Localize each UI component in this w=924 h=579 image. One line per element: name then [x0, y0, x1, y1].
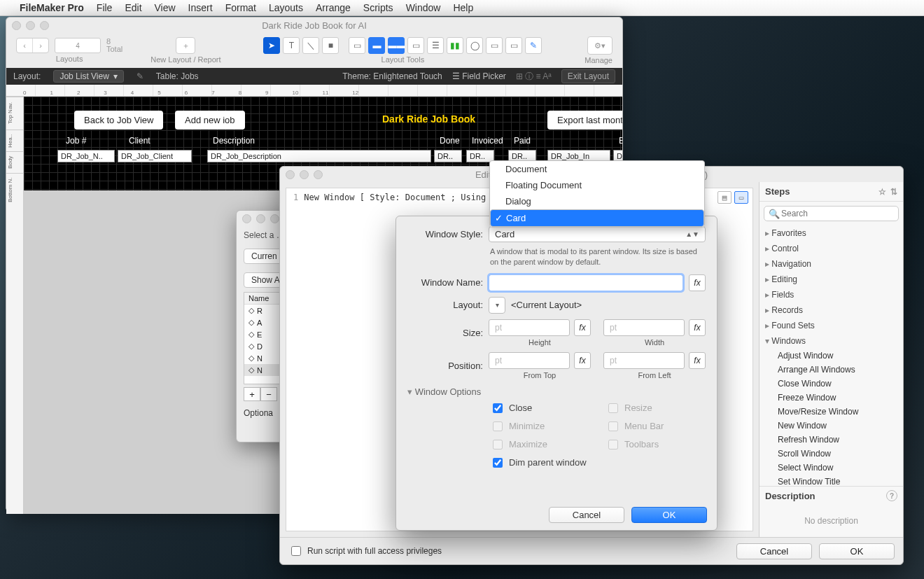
editor-view-detail-icon[interactable]: ▭ — [734, 191, 748, 204]
menu-edit[interactable]: Edit — [125, 2, 141, 13]
layout-selector[interactable]: Job List View▾ — [53, 70, 123, 83]
layout-tools-label: Layout Tools — [382, 55, 425, 64]
canvas-back-button[interactable]: Back to Job View — [74, 111, 163, 130]
popover-tool-icon[interactable]: ▭ — [486, 37, 503, 54]
cat-editing[interactable]: Editing — [760, 272, 903, 287]
menu-file[interactable]: File — [97, 2, 113, 13]
from-top-fx-icon[interactable]: fx — [574, 352, 591, 369]
traffic-lights[interactable] — [12, 21, 49, 30]
width-fx-icon[interactable]: fx — [689, 319, 706, 336]
menu-scripts[interactable]: Scripts — [363, 2, 393, 13]
macos-menubar[interactable]: FileMaker Pro File Edit View Insert Form… — [0, 0, 924, 16]
doc-toolbar: ‹› 4 8 Total Layouts ＋ New Layout / Repo… — [6, 33, 622, 68]
canvas-title: Dark Ride Job Book — [382, 113, 475, 125]
sheet-ok-button[interactable]: OK — [631, 507, 707, 523]
layout-nav-buttons[interactable]: ‹› — [16, 38, 49, 53]
style-option-dialog[interactable]: Dialog — [490, 193, 704, 209]
menu-view[interactable]: View — [155, 2, 176, 13]
tab-tool-icon[interactable]: ▭ — [407, 37, 424, 54]
menu-help[interactable]: Help — [453, 2, 473, 13]
menu-insert[interactable]: Insert — [188, 2, 213, 13]
horizontal-ruler: 0123456789101112 — [6, 85, 622, 97]
menu-arrange[interactable]: Arrange — [316, 2, 351, 13]
cat-control[interactable]: Control — [760, 241, 903, 256]
steps-tree[interactable]: Favorites Control Navigation Editing Fie… — [760, 225, 903, 486]
format-painter-icon[interactable]: ✎ — [525, 37, 542, 54]
script-ok-button[interactable]: OK — [819, 543, 895, 559]
sort-icon[interactable]: ⇅ — [890, 187, 897, 197]
window-options-disclosure[interactable]: Window Options — [407, 386, 706, 397]
favorite-icon[interactable]: ☆ — [878, 187, 886, 197]
line-tool-icon[interactable]: ＼ — [302, 37, 319, 54]
layouts-label: Layouts — [56, 55, 83, 63]
buttonbar-tool-icon[interactable]: ▬▬ — [388, 37, 405, 54]
width-input[interactable] — [603, 319, 685, 336]
cat-records[interactable]: Records — [760, 302, 903, 318]
menu-layouts[interactable]: Layouts — [269, 2, 303, 13]
opt-toolbars-checkbox[interactable]: Toolbars — [606, 438, 706, 452]
help-icon[interactable]: ? — [886, 490, 897, 501]
manage-gear-icon[interactable]: ⚙︎▾ — [587, 36, 612, 55]
app-menu[interactable]: FileMaker Pro — [20, 2, 84, 13]
opt-close-checkbox[interactable]: Close — [490, 401, 590, 415]
field-tool-icon[interactable]: ▭ — [349, 37, 365, 54]
layout-slider[interactable]: 4 — [55, 38, 101, 53]
window-style-dropdown[interactable]: Document Floating Document Dialog Card — [489, 160, 705, 228]
from-top-input[interactable] — [489, 352, 570, 369]
cat-fields[interactable]: Fields — [760, 287, 903, 302]
position-label: Position: — [407, 361, 483, 371]
window-name-fx-icon[interactable]: fx — [689, 274, 706, 291]
style-option-floating[interactable]: Floating Document — [490, 177, 704, 193]
menu-format[interactable]: Format — [225, 2, 256, 13]
opt-maximize-checkbox[interactable]: Maximize — [490, 438, 590, 452]
canvas-add-button[interactable]: Add new iob — [175, 111, 245, 130]
pointer-tool-icon[interactable]: ➤ — [263, 37, 280, 54]
editor-view-list-icon[interactable]: ▤ — [718, 191, 732, 204]
height-fx-icon[interactable]: fx — [574, 319, 591, 336]
window-style-label: Window Style: — [407, 229, 483, 239]
theme-label[interactable]: Theme: Enlightened Touch — [342, 71, 442, 81]
steps-search-input[interactable] — [780, 208, 894, 219]
style-option-card[interactable]: Card — [490, 209, 704, 227]
script-cancel-button[interactable]: Cancel — [736, 543, 812, 559]
window-name-input[interactable] — [489, 274, 683, 291]
doc-titlebar[interactable]: Dark Ride Job Book for AI — [6, 18, 622, 33]
height-input[interactable] — [489, 319, 570, 336]
opt-menubar-checkbox[interactable]: Menu Bar — [606, 419, 706, 433]
opt-resize-checkbox[interactable]: Resize — [606, 401, 706, 415]
window-style-select[interactable]: Card▲▼ Document Floating Document Dialog… — [489, 226, 706, 242]
rect-tool-icon[interactable]: ■ — [322, 37, 339, 54]
cat-found-sets[interactable]: Found Sets — [760, 318, 903, 333]
new-layout-button[interactable]: ＋ — [176, 37, 195, 54]
cat-windows[interactable]: Windows — [760, 333, 903, 349]
style-option-document[interactable]: Document — [490, 161, 704, 177]
full-access-checkbox[interactable]: Run script with full access privileges — [288, 544, 442, 558]
from-left-fx-icon[interactable]: fx — [689, 352, 706, 369]
window-name-label: Window Name: — [407, 277, 483, 288]
from-left-input[interactable] — [603, 352, 685, 369]
cat-navigation[interactable]: Navigation — [760, 256, 903, 272]
cat-favorites[interactable]: Favorites — [760, 225, 903, 241]
opt-dim-checkbox[interactable]: Dim parent window — [490, 456, 706, 470]
layout-popup-value: <Current Layout> — [511, 300, 582, 310]
field-picker-button[interactable]: ☰ Field Picker — [452, 71, 506, 81]
text-tool-icon[interactable]: T — [283, 37, 300, 54]
portal-tool-icon[interactable]: ☰ — [427, 37, 444, 54]
menu-window[interactable]: Window — [406, 2, 441, 13]
part-labels: Top Nav. Hea.. Body Bottom N. — [6, 97, 24, 514]
opt-minimize-checkbox[interactable]: Minimize — [490, 419, 590, 433]
current-layout-pill[interactable]: Curren — [244, 249, 285, 264]
sheet-cancel-button[interactable]: Cancel — [549, 507, 624, 523]
description-body: No description — [760, 505, 903, 537]
exit-layout-button[interactable]: Exit Layout — [561, 69, 615, 83]
layout-popup-button[interactable]: ▾ — [489, 297, 505, 314]
webviewer-tool-icon[interactable]: ◯ — [466, 37, 483, 54]
button-tool-icon[interactable]: ▬ — [368, 37, 385, 54]
part-tool-icon[interactable]: ▭ — [505, 37, 522, 54]
steps-header: Steps — [765, 186, 790, 197]
canvas-export-button[interactable]: Export last month's — [547, 111, 622, 130]
chart-tool-icon[interactable]: ▮▮ — [447, 37, 463, 54]
layout-popup-label: Layout: — [407, 300, 483, 310]
size-label: Size: — [407, 328, 483, 338]
steps-search[interactable]: 🔍 — [764, 206, 899, 221]
